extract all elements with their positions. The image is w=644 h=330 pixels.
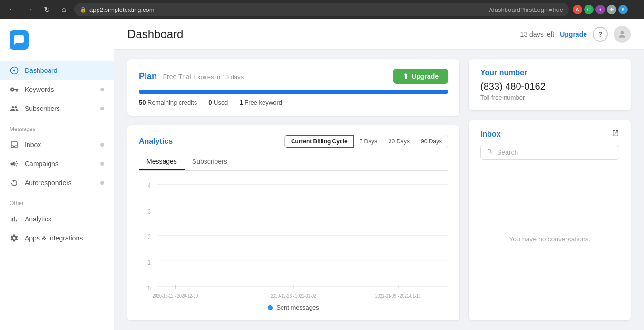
cycle-tab-30days[interactable]: 30 Days [383, 135, 415, 148]
analytics-tabs: Messages Subscribers [139, 154, 448, 171]
tab-messages[interactable]: Messages [139, 154, 185, 170]
svg-text:2020-12-12 - 2020-12-19: 2020-12-12 - 2020-12-19 [153, 293, 198, 299]
profile-k[interactable]: K [618, 5, 628, 14]
sidebar-item-campaigns[interactable]: Campaigns [0, 154, 114, 173]
chart-svg: 4 3 2 1 0 2020-12-12 - 20 [139, 179, 448, 300]
search-input[interactable] [497, 149, 613, 156]
sidebar-item-apps[interactable]: Apps & Integrations [0, 229, 114, 248]
free-keyword-label: Free keyword [244, 99, 282, 106]
sidebar-item-inbox-label: Inbox [25, 141, 41, 149]
legend-label: Sent messages [276, 304, 319, 311]
sidebar-logo [0, 27, 114, 61]
used-label: Used [214, 99, 228, 106]
extension-3[interactable]: ✦ [595, 5, 605, 14]
used-value: 0 [208, 99, 212, 106]
keywords-badge [100, 88, 104, 91]
autoresponders-badge [100, 181, 104, 185]
sidebar-item-subscribers-label: Subscribers [25, 105, 60, 112]
analytics-title[interactable]: Analytics [139, 137, 173, 146]
sidebar-item-inbox[interactable]: Inbox [0, 135, 114, 154]
upgrade-link[interactable]: Upgrade [560, 30, 587, 38]
upgrade-arrow-icon: ⬆ [403, 72, 409, 80]
your-number-title[interactable]: Your number [480, 69, 619, 77]
url-path: /dashboard?firstLogin=true [489, 6, 563, 13]
tab-subscribers[interactable]: Subscribers [185, 154, 235, 170]
sidebar-item-analytics-label: Analytics [25, 215, 51, 223]
menu-button[interactable]: ⋮ [630, 4, 638, 15]
search-icon [487, 148, 493, 156]
app-wrapper: Dashboard Keywords Subscribers Messages [0, 19, 644, 330]
plan-progress-fill [139, 90, 448, 94]
sidebar-item-analytics[interactable]: Analytics [0, 210, 114, 229]
sidebar: Dashboard Keywords Subscribers Messages [0, 19, 114, 330]
inbox-search-box [480, 145, 619, 160]
extension-2[interactable]: C [584, 5, 594, 14]
plan-expires: Expires in 13 days [193, 73, 244, 80]
avatar[interactable] [614, 26, 631, 43]
plan-progress-bar [139, 90, 448, 94]
legend-dot [268, 305, 273, 310]
svg-text:0: 0 [148, 284, 151, 292]
subscribers-icon [10, 104, 19, 113]
content-area: Plan Free Trial Expires in 13 days ⬆ Upg… [114, 50, 644, 330]
plan-card: Plan Free Trial Expires in 13 days ⬆ Upg… [127, 59, 459, 116]
forward-button[interactable]: → [23, 3, 36, 16]
svg-point-0 [13, 70, 16, 72]
remaining-credits-value: 50 [139, 99, 146, 106]
svg-text:1: 1 [148, 259, 151, 267]
cycle-tab-billing[interactable]: Current Billing Cycle [284, 135, 354, 148]
remaining-credits-stat: 50 Remaining credits [139, 99, 197, 106]
sidebar-item-dashboard[interactable]: Dashboard [0, 61, 114, 80]
browser-chrome: ← → ↻ ⌂ 🔒 app2.simpletexting.com /dashbo… [0, 0, 644, 19]
help-button[interactable]: ? [593, 27, 608, 42]
chart-legend: Sent messages [139, 304, 448, 311]
sidebar-navigation: Dashboard Keywords Subscribers Messages [0, 61, 114, 322]
chart-container: 4 3 2 1 0 2020-12-12 - 20 [139, 179, 448, 300]
back-button[interactable]: ← [6, 3, 19, 16]
inbox-card-title[interactable]: Inbox [480, 130, 501, 139]
free-keyword-value: 1 [239, 99, 243, 106]
apps-icon [10, 233, 19, 243]
analytics-icon [10, 214, 19, 224]
cycle-tabs: Current Billing Cycle 7 Days 30 Days 90 … [284, 135, 448, 148]
cycle-tab-7days[interactable]: 7 Days [354, 135, 383, 148]
sidebar-item-autoresponders[interactable]: Autoresponders [0, 173, 114, 192]
home-button[interactable]: ⌂ [57, 3, 70, 16]
phone-type: Toll free number [480, 94, 619, 101]
inbox-card: Inbox You have no conversations. [469, 120, 631, 320]
phone-number: (833) 480-0162 [480, 81, 619, 92]
lock-icon: 🔒 [80, 7, 87, 13]
sidebar-item-keywords[interactable]: Keywords [0, 80, 114, 99]
upgrade-btn-label: Upgrade [411, 72, 439, 80]
abp-extension[interactable]: A [573, 5, 582, 14]
subscribers-badge [100, 107, 104, 110]
keywords-icon [10, 85, 19, 94]
address-bar[interactable]: 🔒 app2.simpletexting.com /dashboard?firs… [74, 3, 569, 16]
browser-extensions: A C ✦ ✚ K ⋮ [573, 4, 638, 15]
campaigns-icon [10, 159, 19, 169]
svg-text:2: 2 [148, 233, 151, 241]
left-panel: Plan Free Trial Expires in 13 days ⬆ Upg… [127, 59, 459, 320]
analytics-header: Analytics Current Billing Cycle 7 Days 3… [139, 135, 448, 148]
plan-title-group: Plan Free Trial Expires in 13 days [139, 71, 244, 81]
main-content: Dashboard 13 days left Upgrade ? Plan [114, 19, 644, 330]
cycle-tab-90days[interactable]: 90 Days [415, 135, 448, 148]
svg-text:3: 3 [148, 208, 151, 216]
analytics-card: Analytics Current Billing Cycle 7 Days 3… [127, 125, 459, 320]
external-link-icon[interactable] [612, 130, 619, 139]
svg-text:4: 4 [148, 182, 151, 190]
reload-button[interactable]: ↻ [40, 3, 53, 16]
inbox-card-header: Inbox [480, 130, 619, 139]
sidebar-item-dashboard-label: Dashboard [25, 67, 58, 74]
messages-section-label: Messages [0, 118, 114, 135]
upgrade-button[interactable]: ⬆ Upgrade [393, 69, 448, 84]
svg-text:2020-12-26 - 2021-01-02: 2020-12-26 - 2021-01-02 [271, 293, 316, 299]
used-stat: 0 Used [208, 99, 228, 106]
extension-4[interactable]: ✚ [607, 5, 616, 14]
dashboard-icon [10, 66, 19, 75]
sidebar-item-subscribers[interactable]: Subscribers [0, 99, 114, 118]
top-bar: Dashboard 13 days left Upgrade ? [114, 19, 644, 50]
your-number-card: Your number (833) 480-0162 Toll free num… [469, 59, 631, 110]
app-logo [10, 30, 29, 50]
plan-title: Plan [139, 71, 157, 81]
